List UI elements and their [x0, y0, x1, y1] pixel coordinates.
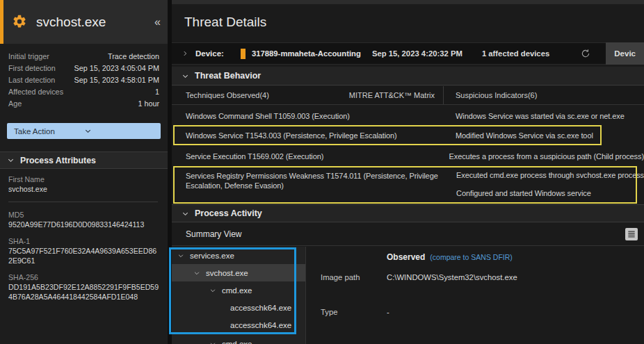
process-name: cmd.exe	[222, 286, 252, 295]
device-bar[interactable]: Device: 317889-mmaheta-Accounting Sep 15…	[172, 42, 644, 65]
process-name: accesschk64.exe	[230, 304, 291, 312]
technique-name: Windows Service T1543.003 (Persistence, …	[172, 131, 442, 140]
refresh-icon[interactable]	[581, 49, 590, 58]
threat-behavior-column-headers: Techniques Observed(4) MITRE ATT&CK™ Mat…	[172, 86, 644, 105]
chevron-down-icon	[84, 127, 154, 135]
process-title: svchost.exe	[36, 15, 154, 30]
attr-value: DD191A5B23DF92E12A8852291F9FB5ED594B76A2…	[8, 282, 160, 302]
process-detail-panel: Observed (compare to SANS DFIR) Image pa…	[306, 247, 644, 344]
attr-value: svchost.exe	[8, 184, 160, 194]
chevron-down-icon	[193, 270, 200, 277]
tree-node-services[interactable]: services.exe	[172, 247, 305, 264]
technique-name: Windows Command Shell T1059.003 (Executi…	[172, 112, 442, 120]
detail-value: C:\WINDOWS\System32\svchost.exe	[387, 273, 517, 281]
column-techniques: Techniques Observed(4) MITRE ATT&CK™ Mat…	[172, 86, 444, 104]
attr-first-name: First Name svchost.exe	[8, 174, 158, 194]
field-label: First detection	[8, 64, 56, 72]
section-title: Threat Behavior	[195, 71, 261, 81]
summary-row-first-detection: First detection Sep 15, 2023 4:05:04 PM	[8, 62, 159, 74]
take-action-label: Take Action	[14, 127, 84, 136]
technique-row[interactable]: Windows Command Shell T1059.003 (Executi…	[172, 107, 644, 125]
chevron-down-icon	[177, 252, 184, 259]
indicator-text: Modified Windows Service via sc.exe tool	[442, 131, 644, 140]
technique-row-highlighted[interactable]: Services Registry Permissions Weakness T…	[172, 167, 644, 203]
threat-summary-list: Initial trigger Trace detection First de…	[0, 44, 168, 109]
process-name: services.exe	[190, 252, 234, 260]
compare-sans-dfir-link[interactable]: (compare to SANS DFIR)	[430, 253, 512, 261]
device-name: 317889-mmaheta-Accounting	[252, 49, 361, 58]
chevron-right-icon	[182, 50, 188, 57]
observed-header: Observed (compare to SANS DFIR)	[387, 252, 513, 262]
take-action-button[interactable]: Take Action	[7, 123, 161, 139]
attr-value: 75C5A97F521F760E32A4A9639A653EED862E9C61	[8, 246, 160, 265]
page-title: Threat Details	[172, 4, 644, 40]
field-label: Last detection	[8, 76, 55, 84]
detail-label: Type	[321, 308, 387, 316]
process-name: cmd.exe	[222, 340, 252, 344]
summary-row-last-detection: Last detection Sep 15, 2023 4:58:01 PM	[8, 74, 159, 85]
summary-row-initial-trigger: Initial trigger Trace detection	[8, 50, 159, 62]
tree-node-accesschk64[interactable]: accesschk64.exe	[172, 299, 305, 316]
attr-sha1: SHA-1 75C5A97F521F760E32A4A9639A653EED86…	[8, 236, 158, 265]
attr-sha256: SHA-256 DD191A5B23DF92E12A8852291F9FB5ED…	[8, 272, 158, 302]
summary-view-label: Summary View	[186, 229, 241, 239]
device-action-button[interactable]: Devic	[606, 42, 644, 65]
mitre-attack-matrix-link[interactable]: MITRE ATT&CK™ Matrix	[349, 91, 443, 99]
field-value: Sep 15, 2023 4:58:01 PM	[74, 76, 159, 84]
summary-row-age: Age 1 hour	[8, 97, 159, 109]
process-activity-body: services.exe svchost.exe cmd.exe accessc…	[172, 247, 644, 344]
indicator-text: Executes a process from a suspicious pat…	[435, 152, 644, 161]
field-value: 1	[155, 88, 159, 96]
indicator-list: Executed cmd.exe process through svchost…	[442, 167, 644, 197]
sidebar-header: svchost.exe «	[0, 0, 168, 44]
attr-md5: MD5 9520A99E77D6196D0D09833146424113	[8, 210, 158, 229]
detail-value: -	[387, 308, 389, 316]
process-activity-header[interactable]: Process Activity	[172, 204, 644, 222]
tree-node-cmd-partial[interactable]: cmd.exe	[172, 335, 305, 344]
divider	[8, 202, 158, 202]
tree-node-svchost-selected[interactable]: svchost.exe	[172, 264, 305, 281]
technique-name: Service Execution T1569.002 (Execution)	[172, 152, 435, 161]
column-indicators: Suspicious Indicators(6)	[444, 86, 537, 104]
chevron-down-icon	[182, 210, 189, 218]
tree-node-accesschk64[interactable]: accesschk64.exe	[172, 316, 305, 334]
technique-name: Services Registry Permissions Weakness T…	[172, 167, 442, 190]
field-value: 1 hour	[138, 99, 159, 108]
section-title: Process Activity	[195, 208, 262, 218]
chevron-down-icon	[209, 287, 216, 294]
list-view-toggle-icon[interactable]	[625, 228, 638, 240]
device-timestamp: Sep 15, 2023 4:20:32 PM	[372, 49, 462, 58]
field-value: Sep 15, 2023 4:05:04 PM	[74, 64, 159, 72]
attr-label: First Name	[8, 174, 158, 184]
suspicious-indicators-header: Suspicious Indicators(6)	[456, 91, 537, 99]
indicator-text: Executed cmd.exe process through svchost…	[456, 171, 644, 179]
techniques-observed-header: Techniques Observed(4)	[186, 91, 269, 99]
chevron-down-icon	[7, 156, 15, 164]
threat-behavior-header[interactable]: Threat Behavior	[172, 67, 644, 85]
technique-row[interactable]: Service Execution T1569.002 (Execution) …	[172, 147, 644, 165]
indicator-text: Configured and started Windows service	[456, 189, 644, 197]
process-attributes-body: First Name svchost.exe MD5 9520A99E77D61…	[0, 169, 168, 302]
process-tree: services.exe svchost.exe cmd.exe accessc…	[172, 247, 305, 344]
gear-icon	[12, 14, 27, 31]
field-label: Affected devices	[8, 88, 63, 96]
attr-label: SHA-256	[8, 272, 158, 282]
field-value: Trace detection	[108, 52, 159, 60]
field-label: Initial trigger	[8, 52, 49, 60]
affected-devices-count: 1 affected devices	[482, 49, 549, 58]
process-name: accesschk64.exe	[230, 321, 291, 329]
threat-details-panel: Threat Details Device: 317889-mmaheta-Ac…	[172, 0, 644, 344]
summary-view-bar: Summary View	[172, 223, 644, 246]
collapse-panel-icon[interactable]: «	[154, 16, 161, 28]
process-name: svchost.exe	[206, 269, 248, 277]
process-attributes-header[interactable]: Process Attributes	[0, 151, 168, 169]
technique-row-highlighted[interactable]: Windows Service T1543.003 (Persistence, …	[172, 126, 644, 145]
summary-row-affected-devices: Affected devices 1	[8, 85, 159, 97]
detail-row-image-path: Image path C:\WINDOWS\System32\svchost.e…	[321, 273, 517, 281]
attr-label: SHA-1	[8, 236, 158, 246]
tree-node-cmd[interactable]: cmd.exe	[172, 281, 305, 299]
threat-console: svchost.exe « Initial trigger Trace dete…	[0, 0, 644, 344]
severity-badge	[241, 49, 245, 59]
chevron-down-icon	[209, 341, 216, 344]
device-label: Device:	[195, 49, 224, 58]
